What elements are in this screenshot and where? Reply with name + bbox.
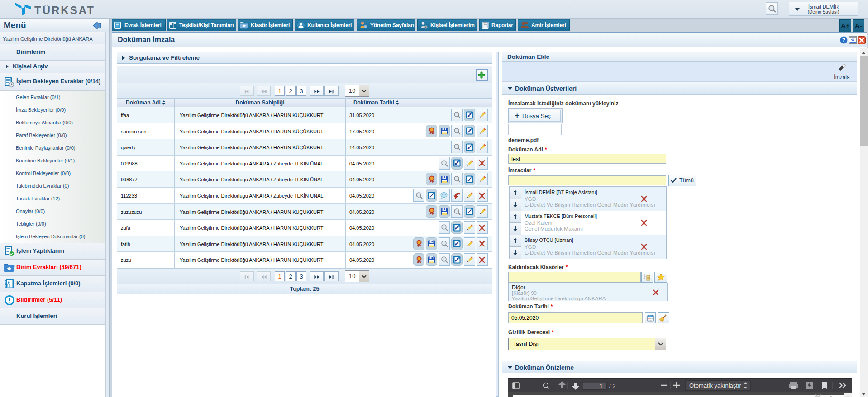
svg-text:?: ? bbox=[842, 37, 845, 43]
svg-text:/ 2: / 2 bbox=[609, 383, 615, 389]
svg-text:1: 1 bbox=[600, 383, 603, 389]
svg-text:Otomatik yakınlaştır: Otomatik yakınlaştır bbox=[689, 382, 742, 389]
